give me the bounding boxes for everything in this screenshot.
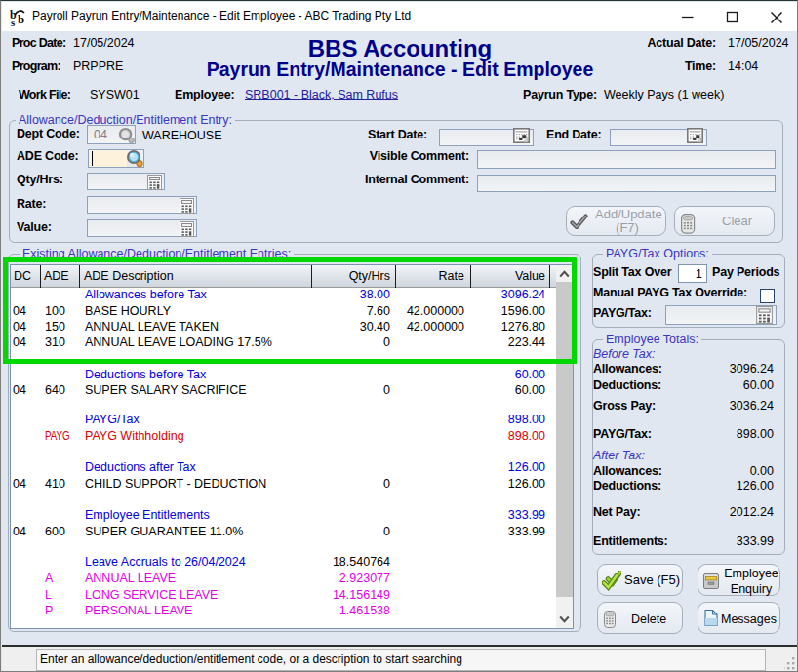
svg-text:b: b xyxy=(18,12,24,26)
svg-text:s: s xyxy=(11,17,16,26)
